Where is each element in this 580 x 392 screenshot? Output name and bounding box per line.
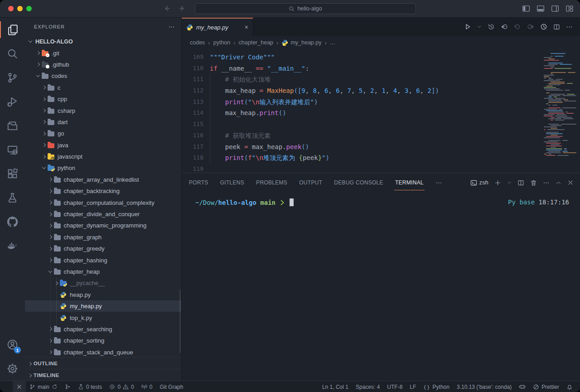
- tree-item-javascript[interactable]: JSjavascript: [25, 151, 181, 162]
- status-cursor-position[interactable]: Ln 1, Col 1: [319, 381, 352, 392]
- terminal-instance[interactable]: zsh: [470, 179, 488, 186]
- activity-folder-library[interactable]: [0, 114, 25, 138]
- maximize-panel[interactable]: [556, 180, 561, 186]
- explorer-more-actions[interactable]: [168, 24, 175, 30]
- split-editor[interactable]: [553, 24, 560, 30]
- activity-search[interactable]: [0, 42, 25, 66]
- panel-tab-gitlens[interactable]: GITLENS: [220, 179, 244, 186]
- toggle-panel-icon[interactable]: [536, 5, 545, 13]
- history-forward-icon[interactable]: [178, 5, 186, 12]
- tree-item-cpp[interactable]: cpp: [25, 93, 181, 105]
- tree-item-codes[interactable]: codes: [25, 70, 181, 82]
- tree-item-chapter_greedy[interactable]: chapter_greedy: [25, 243, 181, 254]
- tree-item-python[interactable]: python: [25, 162, 181, 174]
- tree-item-heap.py[interactable]: heap.py: [25, 289, 181, 300]
- tree-item-chapter_sorting[interactable]: chapter_sorting: [25, 335, 181, 346]
- tree-item-chapter_graph[interactable]: chapter_graph: [25, 232, 181, 243]
- status-prettier[interactable]: Prettier: [529, 381, 563, 392]
- nav-circle[interactable]: [514, 23, 521, 30]
- run-dropdown[interactable]: [477, 24, 482, 29]
- status-git-graph-label[interactable]: Git Graph: [156, 381, 187, 392]
- panel-more[interactable]: [543, 179, 550, 186]
- minimize-window-button[interactable]: [17, 6, 23, 11]
- panel-tab-ports[interactable]: PORTS: [189, 179, 208, 186]
- tree-item-chapter_stack_and_queue[interactable]: chapter_stack_and_queue: [25, 347, 181, 357]
- breadcrumb-my_heap.py[interactable]: my_heap.py: [281, 39, 321, 46]
- customize-layout-icon[interactable]: [566, 5, 574, 13]
- close-window-button[interactable]: [8, 6, 14, 11]
- tree-item-chapter_divide_and_conquer[interactable]: chapter_divide_and_conquer: [25, 208, 181, 220]
- terminal-output[interactable]: ~/Dow/hello-algo main Py base 18:17:16: [182, 192, 580, 381]
- tree-item-.github[interactable]: .github: [25, 59, 181, 70]
- status-indentation[interactable]: Spaces: 4: [352, 381, 383, 392]
- command-center-search[interactable]: hello-algo: [195, 3, 416, 14]
- minimap[interactable]: [544, 53, 576, 156]
- status-language-mode[interactable]: {}Python: [420, 381, 453, 392]
- zoom-window-button[interactable]: [26, 6, 32, 11]
- activity-settings[interactable]: [0, 357, 25, 381]
- section-timeline[interactable]: TIMELINE: [25, 369, 181, 381]
- tree-item-go[interactable]: go: [25, 128, 181, 139]
- toggle-primary-sidebar-icon[interactable]: [522, 5, 530, 13]
- tree-item-chapter_searching[interactable]: chapter_searching: [25, 324, 181, 335]
- new-terminal-dropdown[interactable]: [494, 179, 501, 186]
- activity-docker[interactable]: [0, 234, 25, 258]
- tree-item-java[interactable]: java: [25, 140, 181, 151]
- status-notifications[interactable]: [563, 381, 576, 392]
- tree-item-top_k.py[interactable]: top_k.py: [25, 312, 181, 323]
- code-editor[interactable]: 109110111112113114115116117118119 """Dri…: [182, 49, 580, 173]
- activity-extensions[interactable]: [0, 162, 25, 186]
- tree-item-.git[interactable]: ●.git: [25, 47, 181, 58]
- activity-github[interactable]: [0, 210, 25, 234]
- status-encoding[interactable]: UTF-8: [383, 381, 406, 392]
- status-git-branch[interactable]: main: [26, 381, 61, 392]
- panel-tab-terminal[interactable]: TERMINAL: [395, 179, 424, 186]
- status-git-graph-button[interactable]: [61, 381, 74, 392]
- breadcrumb-chapter_heap[interactable]: chapter_heap: [239, 39, 273, 46]
- activity-accounts[interactable]: 1: [0, 333, 25, 357]
- tree-item-my_heap.py[interactable]: my_heap.py: [25, 300, 181, 312]
- tree-item-chapter_backtracking[interactable]: chapter_backtracking: [25, 185, 181, 197]
- tab-my-heap[interactable]: my_heap.py ×: [182, 18, 253, 36]
- timeline-history[interactable]: [488, 23, 495, 30]
- tree-item-csharp[interactable]: csharp: [25, 105, 181, 116]
- activity-remote-explorer[interactable]: [0, 138, 25, 162]
- close-panel[interactable]: [567, 179, 574, 186]
- status-eol[interactable]: LF: [406, 381, 420, 392]
- kill-terminal[interactable]: [530, 179, 537, 186]
- run-profile[interactable]: [540, 23, 547, 30]
- terminal-profile-chevron[interactable]: [507, 180, 512, 185]
- tree-item-chapter_heap[interactable]: chapter_heap: [25, 266, 181, 277]
- section-outline[interactable]: OUTLINE: [25, 357, 181, 369]
- history-back-icon[interactable]: [163, 5, 171, 12]
- nav-forward[interactable]: [527, 23, 534, 30]
- tab-close-icon[interactable]: ×: [245, 24, 248, 31]
- tree-item-chapter_array_and_linkedlist[interactable]: chapter_array_and_linkedlist: [25, 174, 181, 185]
- activity-testing[interactable]: [0, 186, 25, 210]
- activity-explorer[interactable]: [0, 18, 25, 42]
- breadcrumb-symbols[interactable]: …: [330, 39, 336, 46]
- tree-root-hello-algo[interactable]: HELLO-ALGO: [25, 36, 181, 47]
- breadcrumb-codes[interactable]: codes: [190, 39, 205, 46]
- tree-item-dart[interactable]: dart: [25, 116, 181, 128]
- status-problems[interactable]: 00: [106, 381, 137, 392]
- nav-back[interactable]: [501, 23, 508, 30]
- tree-item-chapter_hashing[interactable]: chapter_hashing: [25, 254, 181, 266]
- status-ports[interactable]: 0: [138, 381, 156, 392]
- split-terminal[interactable]: [517, 179, 524, 186]
- status-python-interpreter[interactable]: 3.10.13 ('base': conda): [453, 381, 515, 392]
- sidebar-scrollbar[interactable]: [179, 290, 181, 353]
- status-copilot[interactable]: [515, 381, 529, 392]
- panel-tab-output[interactable]: OUTPUT: [299, 179, 322, 186]
- activity-run-debug[interactable]: [0, 90, 25, 114]
- status-tests[interactable]: 0 tests: [74, 381, 106, 392]
- tree-item-__pycache__[interactable]: __pycache__: [25, 277, 181, 289]
- toggle-secondary-sidebar-icon[interactable]: [551, 5, 559, 13]
- panel-tab-debug-console[interactable]: DEBUG CONSOLE: [334, 179, 383, 186]
- tree-item-chapter_dynamic_programming[interactable]: chapter_dynamic_programming: [25, 220, 181, 231]
- panel-tabs-more-icon[interactable]: [435, 179, 442, 186]
- panel-tab-problems[interactable]: PROBLEMS: [256, 179, 287, 186]
- status-remote-indicator[interactable]: [13, 381, 26, 392]
- tree-item-chapter_computational_complexity[interactable]: chapter_computational_complexity: [25, 197, 181, 208]
- more-actions[interactable]: [566, 24, 573, 30]
